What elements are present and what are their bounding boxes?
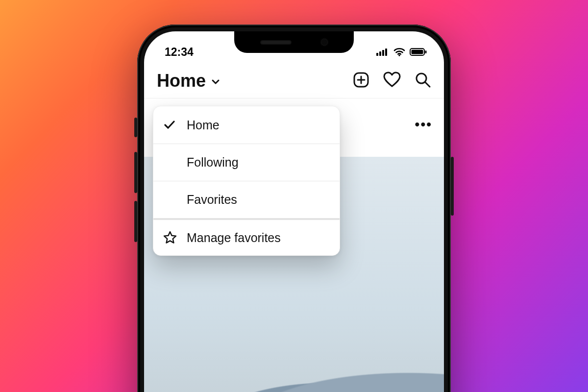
header-actions: [353, 72, 431, 90]
battery-icon: [410, 48, 427, 56]
dropdown-item-home[interactable]: Home: [153, 106, 340, 144]
svg-point-4: [398, 54, 400, 56]
check-icon: [163, 119, 187, 131]
wifi-icon: [393, 48, 405, 56]
dropdown-item-following[interactable]: Following: [153, 144, 340, 181]
earpiece-speaker: [260, 40, 292, 45]
activity-button[interactable]: [383, 72, 401, 90]
svg-rect-6: [412, 50, 423, 54]
svg-rect-0: [376, 53, 378, 56]
notch: [234, 31, 354, 53]
svg-rect-7: [425, 50, 427, 53]
status-time: 12:34: [165, 46, 194, 59]
feed-dropdown: Home Following Favorites Manage favorite…: [153, 106, 340, 256]
volume-down-button: [134, 201, 137, 242]
star-outline-icon: [163, 231, 187, 245]
gradient-background: 12:34 Home: [0, 0, 588, 392]
cellular-icon: [376, 48, 389, 56]
svg-rect-3: [385, 49, 387, 56]
dropdown-manage-favorites[interactable]: Manage favorites: [153, 218, 340, 255]
chevron-down-icon: [211, 71, 220, 91]
feed-selector[interactable]: Home: [157, 71, 220, 91]
front-camera: [321, 39, 328, 46]
power-button: [451, 157, 454, 216]
svg-rect-2: [382, 50, 384, 56]
create-post-button[interactable]: [353, 72, 369, 90]
mute-switch: [134, 118, 137, 137]
mountains: [144, 327, 444, 392]
phone-frame: 12:34 Home: [137, 24, 451, 392]
dropdown-item-favorites[interactable]: Favorites: [153, 181, 340, 218]
dropdown-item-label: Home: [187, 118, 220, 132]
post-more-button[interactable]: •••: [415, 117, 432, 132]
dropdown-item-label: Favorites: [187, 193, 237, 207]
status-indicators: [376, 48, 427, 56]
dropdown-item-label: Following: [187, 155, 239, 170]
feed-title-label: Home: [157, 71, 206, 91]
search-button[interactable]: [415, 72, 431, 90]
svg-rect-1: [379, 51, 381, 56]
app-header: Home: [144, 62, 444, 98]
phone-screen: 12:34 Home: [144, 31, 444, 392]
volume-up-button: [134, 152, 137, 193]
dropdown-manage-label: Manage favorites: [187, 231, 281, 245]
